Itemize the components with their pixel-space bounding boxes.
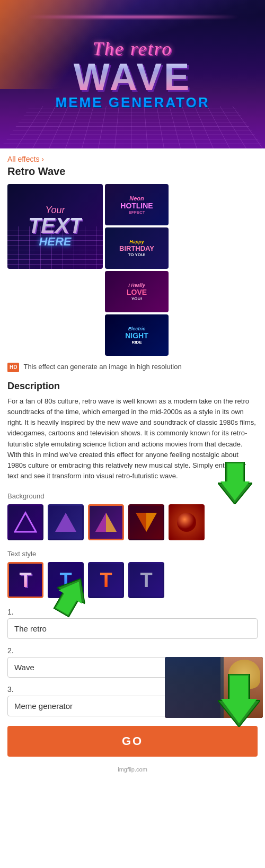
thumb-love-i: I Really: [127, 283, 147, 288]
hero-title: The retro WAVE MEME GENERATOR: [56, 38, 210, 111]
bg-option-3[interactable]: [88, 504, 124, 540]
thumbnail-birthday: Happy BIRTHDAY TO YOU!: [105, 227, 169, 269]
input-group-1: 1.: [7, 608, 258, 639]
svg-point-9: [177, 513, 196, 532]
background-section: Background: [7, 492, 258, 540]
bg-opt-1-icon: [14, 511, 37, 534]
text-style-4[interactable]: T: [128, 562, 164, 598]
text-style-1[interactable]: T: [7, 562, 43, 598]
input-1-field[interactable]: [7, 618, 258, 639]
svg-marker-5: [106, 513, 117, 532]
svg-marker-6: [95, 513, 106, 532]
breadcrumb-separator: ›: [41, 155, 44, 163]
hero-meme-generator-text: MEME GENERATOR: [56, 94, 210, 111]
background-options: [7, 504, 258, 540]
input-2-number: 2.: [7, 646, 258, 655]
thumbnail-night: Electric NIGHT RIDE: [105, 314, 169, 356]
input-2-wrapper: 2. ★: [7, 646, 258, 678]
text-style-3[interactable]: T: [88, 562, 124, 598]
svg-marker-3: [55, 513, 76, 532]
background-options-wrapper: [7, 504, 258, 540]
svg-marker-1: [220, 463, 250, 501]
text-style-section: Text style T T T T: [7, 550, 258, 598]
text-style-4-letter: T: [140, 569, 152, 592]
svg-marker-13: [221, 676, 257, 723]
thumb-night-inner: Electric NIGHT RIDE: [123, 324, 151, 347]
thumb-birthday-label: BIRTHDAY: [119, 244, 154, 252]
breadcrumb: All effects ›: [7, 155, 258, 163]
thumb-birthday-happy: Happy: [119, 239, 154, 244]
footer: imgflip.com: [0, 763, 265, 776]
thumb-night-electric: Electric: [125, 326, 148, 331]
thumb-birthday-sub: TO YOU!: [119, 252, 154, 257]
bg-option-2[interactable]: [48, 504, 84, 540]
thumbnail-hotline: Neon HOTLINE EFFECT: [105, 184, 169, 225]
bg-opt-4-icon: [135, 511, 158, 534]
go-button[interactable]: GO: [7, 726, 258, 757]
input-1-wrapper: 1.: [7, 608, 258, 639]
input-group-2: 2. ★: [7, 646, 258, 678]
svg-marker-2: [15, 513, 36, 532]
text-style-options: T T T T: [7, 562, 258, 598]
page-title: Retro Wave: [7, 165, 258, 178]
bg-opt-3-icon: [94, 511, 118, 534]
arrow-down-bg: [218, 462, 252, 504]
description-title: Description: [7, 381, 258, 392]
thumb-night-ride: RIDE: [125, 340, 148, 345]
input-3-wrapper: 3.: [7, 685, 258, 716]
text-style-1-letter: T: [19, 569, 31, 592]
breadcrumb-link[interactable]: All effects: [7, 155, 39, 163]
thumb-hotline-label: HOTLINE: [120, 201, 153, 210]
thumb-love-inner: I Really LOVE YOU!: [125, 280, 149, 303]
thumb-main-text: Your TEXT HERE: [28, 205, 82, 249]
hd-text: This effect can generate an image in hig…: [23, 362, 181, 372]
bg-opt-2-icon: [54, 511, 77, 534]
thumb-hotline-effect: EFFECT: [120, 210, 153, 215]
hd-badge: HD: [7, 363, 19, 372]
bg-option-5[interactable]: [169, 504, 205, 540]
bg-opt-5-icon: [175, 511, 198, 534]
text-style-3-letter: T: [100, 569, 112, 592]
thumb-love-you: YOU!: [127, 296, 147, 301]
hero-banner: The retro WAVE MEME GENERATOR: [0, 0, 265, 148]
thumb-hotline-inner: Neon HOTLINE EFFECT: [118, 193, 155, 217]
thumbnail-main: Your TEXT HERE: [7, 184, 103, 269]
svg-marker-8: [146, 513, 157, 532]
thumbnail-col: Neon HOTLINE EFFECT Happy BIRTHDAY TO YO…: [105, 184, 169, 356]
thumb-text-big: TEXT: [28, 216, 82, 235]
bg-option-1[interactable]: [7, 504, 43, 540]
input-1-number: 1.: [7, 608, 258, 616]
hd-notice: HD This effect can generate an image in …: [7, 362, 258, 372]
text-style-label: Text style: [7, 550, 258, 558]
arrow-down-go: [218, 674, 260, 727]
thumb-birthday-inner: Happy BIRTHDAY TO YOU!: [117, 237, 156, 259]
thumb-hotline-title: Neon: [120, 195, 153, 201]
main-content: All effects › Retro Wave Your TEXT HERE …: [0, 148, 265, 763]
thumb-love-label: LOVE: [127, 288, 147, 296]
thumbnail-grid: Your TEXT HERE Neon HOTLINE EFFECT Happy…: [7, 184, 258, 356]
hero-wave-text: WAVE: [56, 60, 210, 94]
bg-option-4[interactable]: [128, 504, 164, 540]
preview-graffiti: [165, 657, 224, 718]
thumb-night-label: NIGHT: [125, 331, 148, 340]
thumbnail-love: I Really LOVE YOU!: [105, 271, 169, 312]
